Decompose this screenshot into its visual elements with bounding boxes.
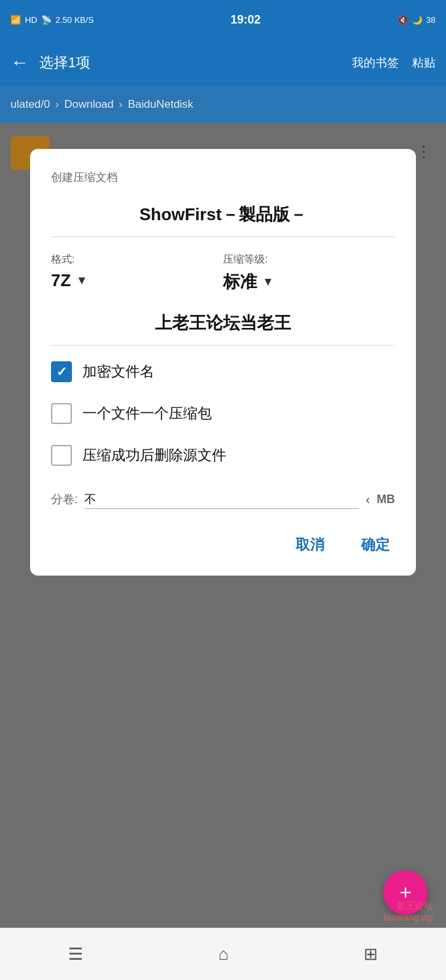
battery-text: 38	[426, 15, 436, 25]
checkbox-single-file-row: 一个文件一个压缩包	[51, 403, 395, 424]
compression-dropdown[interactable]: 标准 ▼	[223, 270, 395, 293]
breadcrumb-sep-0: ›	[56, 98, 60, 111]
caption-text[interactable]: 上老王论坛当老王	[51, 299, 395, 346]
nav-menu-button[interactable]: ☰	[68, 944, 83, 964]
compression-label: 压缩等级:	[223, 253, 395, 267]
menu-icon: ☰	[68, 944, 83, 964]
checkbox-encrypt-row: ✓ 加密文件名	[51, 361, 395, 382]
paste-button[interactable]: 粘贴	[412, 55, 436, 71]
mute-icon: 🔇	[398, 15, 408, 25]
moon-icon: 🌙	[412, 15, 422, 25]
watermark: 老王论坛 taowang.vip	[384, 900, 433, 923]
format-group: 格式: 7Z ▼	[51, 253, 223, 291]
status-left: 📶 HD 📡 2.50 KB/S	[10, 15, 94, 25]
signal-icon: 📶	[10, 15, 21, 25]
split-unit: MB	[377, 493, 395, 506]
modal-overlay: 创建压缩文档 ShowFirst－製品版－ 格式: 7Z ▼ 压缩等级: 标准 …	[0, 123, 446, 980]
breadcrumb-item-2[interactable]: BaiduNetdisk	[128, 98, 193, 111]
breadcrumb-item-1[interactable]: Download	[64, 98, 114, 111]
split-input-wrap	[84, 489, 359, 509]
split-label: 分卷:	[51, 491, 78, 507]
status-time: 19:02	[230, 13, 260, 27]
nav-apps-button[interactable]: ⊞	[364, 944, 378, 964]
checkbox-single-file[interactable]	[51, 403, 72, 424]
checkbox-delete-source[interactable]	[51, 445, 72, 466]
dialog-actions: 取消 确定	[51, 532, 395, 557]
checkbox-delete-source-label: 压缩成功后删除源文件	[82, 446, 226, 465]
status-bar: 📶 HD 📡 2.50 KB/S 19:02 🔇 🌙 38	[0, 0, 446, 39]
app-bar-actions: 我的书签 粘贴	[352, 55, 436, 71]
checkbox-delete-source-row: 压缩成功后删除源文件	[51, 445, 395, 466]
checkbox-encrypt[interactable]: ✓	[51, 361, 72, 382]
wifi-icon: 📡	[41, 15, 52, 25]
bookmark-button[interactable]: 我的书签	[352, 55, 399, 71]
background-content: ⋮ 创建压缩文档 ShowFirst－製品版－ 格式: 7Z ▼ 压缩等级:	[0, 123, 446, 980]
split-chevron-icon[interactable]: ‹	[366, 492, 370, 507]
bottom-navigation: ☰ ⌂ ⊞	[0, 928, 446, 980]
watermark-line2: taowang.vip	[384, 912, 433, 923]
back-button[interactable]: ←	[10, 52, 29, 73]
dialog-title: 创建压缩文档	[51, 170, 395, 185]
compression-value: 标准	[223, 270, 257, 293]
app-bar: ← 选择1项 我的书签 粘贴	[0, 39, 446, 86]
archive-name[interactable]: ShowFirst－製品版－	[51, 203, 395, 237]
home-icon: ⌂	[218, 944, 229, 964]
checkbox-single-file-label: 一个文件一个压缩包	[82, 404, 212, 423]
breadcrumb-bar: ulated/0 › Download › BaiduNetdisk	[0, 86, 446, 123]
format-row: 格式: 7Z ▼ 压缩等级: 标准 ▼	[51, 253, 395, 293]
format-dropdown[interactable]: 7Z ▼	[51, 270, 223, 291]
split-input[interactable]	[84, 489, 359, 508]
format-label: 格式:	[51, 253, 223, 267]
format-arrow-icon: ▼	[76, 274, 88, 287]
checkmark-icon: ✓	[56, 364, 67, 380]
cancel-button[interactable]: 取消	[290, 532, 330, 557]
status-right: 🔇 🌙 38	[398, 15, 436, 25]
compression-arrow-icon: ▼	[262, 275, 274, 289]
apps-icon: ⊞	[364, 944, 378, 964]
breadcrumb-sep-1: ›	[119, 98, 123, 111]
split-volume-row: 分卷: ‹ MB	[51, 487, 395, 509]
compression-group: 压缩等级: 标准 ▼	[223, 253, 395, 293]
format-value: 7Z	[51, 270, 71, 291]
confirm-button[interactable]: 确定	[356, 532, 395, 557]
nav-home-button[interactable]: ⌂	[218, 944, 229, 964]
create-archive-dialog: 创建压缩文档 ShowFirst－製品版－ 格式: 7Z ▼ 压缩等级: 标准 …	[30, 149, 416, 576]
breadcrumb-item-0[interactable]: ulated/0	[10, 98, 50, 111]
speed-text: 2.50 KB/S	[56, 15, 94, 25]
watermark-line1: 老王论坛	[384, 900, 433, 912]
app-bar-title: 选择1项	[39, 53, 341, 73]
hd-badge: HD	[25, 15, 37, 25]
checkbox-encrypt-label: 加密文件名	[82, 362, 154, 382]
